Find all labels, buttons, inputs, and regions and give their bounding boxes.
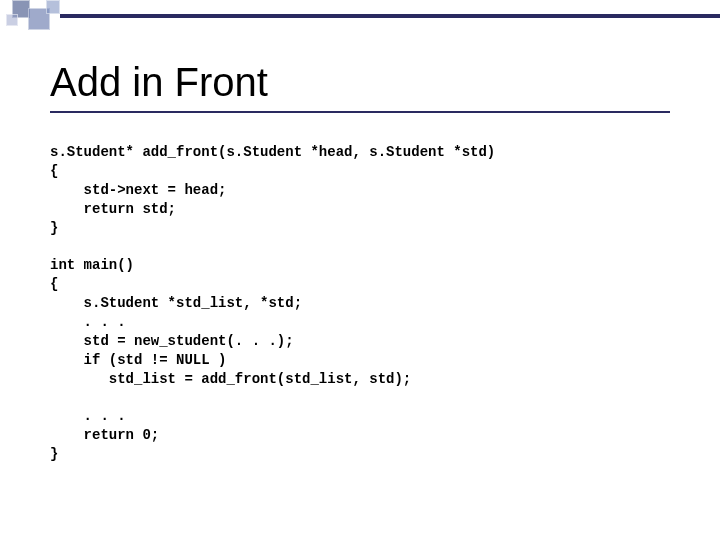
title-rule [50,111,670,113]
decor-square [6,14,18,26]
decor-square [46,0,60,14]
decor-bar [60,14,720,18]
slide-decor [0,0,720,36]
code-block: s.Student* add_front(s.Student *head, s.… [50,143,670,464]
slide-title: Add in Front [50,60,670,105]
slide-body: Add in Front s.Student* add_front(s.Stud… [50,60,670,464]
